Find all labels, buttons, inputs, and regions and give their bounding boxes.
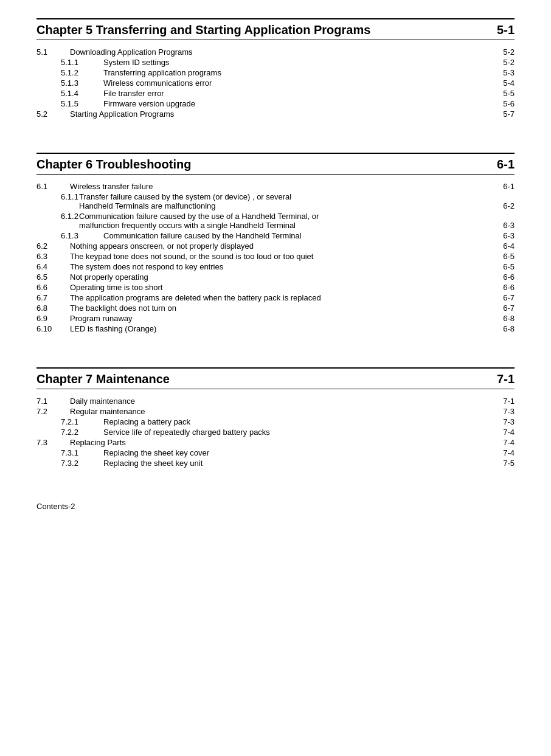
toc-num-ch5-1: 5.1.1 (36, 58, 103, 67)
toc-page-ch5-2: 5-3 (503, 68, 515, 77)
toc-entry-ch6-6: 6.4The system does not respond to key en… (36, 262, 515, 271)
toc-text-ch6-11: Program runaway (70, 314, 133, 323)
toc-page-ch6-8: 6-6 (503, 283, 515, 292)
toc-text-ch5-2: Transferring application programs (103, 68, 221, 77)
toc-entry-ch5-4: 5.1.4File transfer error5-5 (36, 89, 515, 98)
toc-text-ch6-8: Operating time is too short (70, 283, 162, 292)
toc-text-ch6-4: Nothing appears onscreen, or not properl… (70, 241, 254, 251)
toc-page-ch6-1: 6-2 (503, 201, 515, 210)
toc-page-ch7-2: 7-3 (503, 417, 515, 426)
toc-text-ch7-3: Service life of repeatedly charged batte… (103, 428, 270, 437)
chapter-title-ch6: Chapter 6 Troubleshooting (36, 158, 191, 172)
toc-entry-ch5-2: 5.1.2Transferring application programs5-… (36, 68, 515, 77)
toc-page-ch6-11: 6-8 (503, 314, 515, 323)
footer-text: Contents-2 (36, 502, 75, 511)
toc-text-ch7-0: Daily maintenance (70, 397, 135, 406)
toc-text-ch5-5: Firmware version upgrade (103, 99, 195, 108)
toc-num-ch6-6: 6.4 (36, 262, 70, 271)
toc-text-ch7-2: Replacing a battery pack (103, 417, 190, 426)
toc-entry-ch6-0: 6.1Wireless transfer failure6-1 (36, 182, 515, 191)
toc-entry-ch6-9: 6.7The application programs are deleted … (36, 293, 515, 302)
toc-page-ch7-4: 7-4 (503, 438, 515, 447)
toc-text-ch6-3: Communication failure caused by the Hand… (103, 231, 302, 240)
chapter-section-ch5: Chapter 5 Transferring and Starting Appl… (36, 18, 515, 134)
toc-text-ch6-10: The backlight does not turn on (70, 303, 176, 313)
toc-entry-ch6-11: 6.9Program runaway6-8 (36, 314, 515, 323)
toc-entry-ch5-1: 5.1.1System ID settings5-2 (36, 58, 515, 67)
toc-entry-ch6-4: 6.2Nothing appears onscreen, or not prop… (36, 241, 515, 251)
toc-text-ch6-5: The keypad tone does not sound, or the s… (70, 252, 313, 261)
toc-num-ch6-3: 6.1.3 (36, 231, 103, 240)
toc-text-ch5-4: File transfer error (103, 89, 164, 98)
toc-num-ch6-5: 6.3 (36, 252, 70, 261)
toc-page-ch5-4: 5-5 (503, 89, 515, 98)
toc-num-ch7-6: 7.3.2 (36, 459, 103, 468)
toc-text-ch5-6: Starting Application Programs (70, 109, 174, 119)
toc-page-ch6-6: 6-5 (503, 262, 515, 271)
toc-entry-ch5-0: 5.1Downloading Application Programs5-2 (36, 47, 515, 57)
toc-num-ch6-1: 6.1.1 (36, 192, 79, 201)
toc-page-ch6-0: 6-1 (503, 182, 515, 191)
toc-page-ch6-4: 6-4 (503, 241, 515, 251)
toc-num-ch5-0: 5.1 (36, 47, 70, 57)
toc-entry-ch7-2: 7.2.1Replacing a battery pack7-3 (36, 417, 515, 426)
toc-entry-ch5-3: 5.1.3Wireless communications error5-4 (36, 78, 515, 88)
toc-num-ch7-1: 7.2 (36, 407, 70, 416)
chapter-section-ch7: Chapter 7 Maintenance7-17.1Daily mainten… (36, 367, 515, 484)
chapter-page-ch6: 6-1 (497, 158, 515, 172)
chapter-title-ch5: Chapter 5 Transferring and Starting Appl… (36, 23, 370, 37)
toc-entry-ch5-6: 5.2Starting Application Programs5-7 (36, 109, 515, 119)
toc-text-ch6-0: Wireless transfer failure (70, 182, 153, 191)
toc-num-ch6-0: 6.1 (36, 182, 70, 191)
toc-page-ch5-0: 5-2 (503, 47, 515, 57)
toc-page-ch6-12: 6-8 (503, 324, 515, 333)
toc-page-ch5-3: 5-4 (503, 78, 515, 88)
chapter-page-ch7: 7-1 (497, 372, 515, 386)
toc-num-ch5-6: 5.2 (36, 109, 70, 119)
toc-entry-ch7-4: 7.3Replacing Parts7-4 (36, 438, 515, 447)
toc-page-ch7-0: 7-1 (503, 397, 515, 406)
toc-num-ch7-2: 7.2.1 (36, 417, 103, 426)
toc-num-ch6-4: 6.2 (36, 241, 70, 251)
toc-num-ch5-2: 5.1.2 (36, 68, 103, 77)
toc-page-ch7-5: 7-4 (503, 448, 515, 457)
toc-text-ch7-1: Regular maintenance (70, 407, 145, 416)
toc-entry-ch6-7: 6.5Not properly operating6-6 (36, 272, 515, 282)
toc-num-ch6-12: 6.10 (36, 324, 70, 333)
toc-entry-ch6-1: 6.1.1Transfer failure caused by the syst… (36, 192, 515, 210)
chapter-header-ch6: Chapter 6 Troubleshooting6-1 (36, 153, 515, 175)
toc-text-ch6-2: Communication failure caused by the use … (79, 212, 497, 230)
toc-page-ch5-1: 5-2 (503, 58, 515, 67)
toc-text-ch6-6: The system does not respond to key entri… (70, 262, 223, 271)
chapter-title-ch7: Chapter 7 Maintenance (36, 372, 170, 386)
toc-page-ch6-2: 6-3 (503, 221, 515, 230)
toc-entry-ch7-0: 7.1Daily maintenance7-1 (36, 397, 515, 406)
toc-entry-ch7-3: 7.2.2Service life of repeatedly charged … (36, 428, 515, 437)
toc-page-ch7-3: 7-4 (503, 428, 515, 437)
toc-entry-ch6-12: 6.10LED is flashing (Orange)6-8 (36, 324, 515, 333)
toc-text-ch5-1: System ID settings (103, 58, 169, 67)
chapter-header-ch7: Chapter 7 Maintenance7-1 (36, 367, 515, 389)
chapter-header-ch5: Chapter 5 Transferring and Starting Appl… (36, 18, 515, 40)
toc-entry-ch6-2: 6.1.2Communication failure caused by the… (36, 212, 515, 230)
footer-label: Contents-2 (36, 502, 515, 511)
toc-text-ch6-1: Transfer failure caused by the system (o… (79, 192, 497, 210)
toc-page-ch5-6: 5-7 (503, 109, 515, 119)
toc-page-ch7-6: 7-5 (503, 459, 515, 468)
toc-num-ch6-9: 6.7 (36, 293, 70, 302)
toc-page-ch6-5: 6-5 (503, 252, 515, 261)
toc-num-ch7-0: 7.1 (36, 397, 70, 406)
toc-text-ch7-6: Replacing the sheet key unit (103, 459, 203, 468)
toc-text-ch6-9: The application programs are deleted whe… (70, 293, 321, 302)
toc-entry-ch6-3: 6.1.3Communication failure caused by the… (36, 231, 515, 240)
toc-num-ch6-7: 6.5 (36, 272, 70, 282)
toc-entry-ch6-5: 6.3The keypad tone does not sound, or th… (36, 252, 515, 261)
toc-text-ch6-7: Not properly operating (70, 272, 148, 282)
toc-num-ch5-3: 5.1.3 (36, 78, 103, 88)
toc-text-ch5-3: Wireless communications error (103, 78, 212, 88)
toc-num-ch5-4: 5.1.4 (36, 89, 103, 98)
toc-text-ch7-4: Replacing Parts (70, 438, 126, 447)
chapter-section-ch6: Chapter 6 Troubleshooting6-16.1Wireless … (36, 153, 515, 349)
toc-entry-ch5-5: 5.1.5Firmware version upgrade5-6 (36, 99, 515, 108)
toc-page-ch6-10: 6-7 (503, 303, 515, 313)
